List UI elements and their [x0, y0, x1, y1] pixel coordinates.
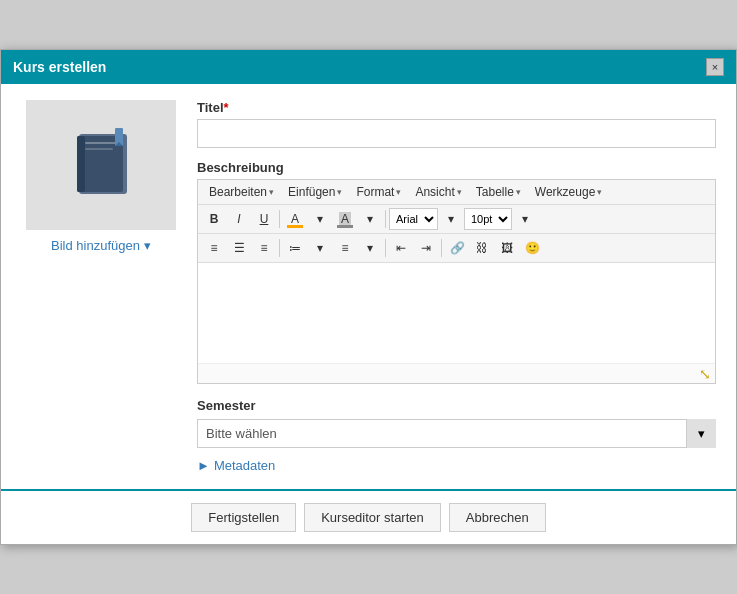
resize-icon: ⤡: [699, 366, 711, 382]
indent-left-button[interactable]: ⇤: [389, 237, 413, 259]
underline-button[interactable]: U: [252, 208, 276, 230]
ordered-list-button[interactable]: ≡: [333, 237, 357, 259]
editor-menubar: Bearbeiten▾ Einfügen▾ Format▾ Ansicht▾ T…: [198, 180, 715, 205]
menu-bearbeiten[interactable]: Bearbeiten▾: [202, 182, 281, 202]
semester-select[interactable]: Bitte wählen: [197, 419, 716, 448]
semester-label: Semester: [197, 398, 716, 413]
font-family-select[interactable]: Arial: [389, 208, 438, 230]
align-center-button[interactable]: ☰: [227, 237, 251, 259]
menu-werkzeuge[interactable]: Werkzeuge▾: [528, 182, 609, 202]
dialog-title: Kurs erstellen: [13, 59, 106, 75]
required-marker: *: [224, 100, 229, 115]
dialog: Kurs erstellen ×: [0, 49, 737, 545]
align-right-button[interactable]: ≡: [252, 237, 276, 259]
editor-resize-handle[interactable]: ⤡: [198, 363, 715, 383]
image-placeholder: [26, 100, 176, 230]
left-panel: Bild hinzufügen ▾: [21, 100, 181, 473]
menu-ansicht[interactable]: Ansicht▾: [408, 182, 468, 202]
font-color-dropdown[interactable]: ▾: [308, 208, 332, 230]
metadata-link[interactable]: ► Metadaten: [197, 458, 716, 473]
indent-right-button[interactable]: ⇥: [414, 237, 438, 259]
editor-toolbar-2: ≡ ☰ ≡ ≔ ▾ ≡ ▾ ⇤ ⇥ 🔗 ⛓ 🖼 🙂: [198, 234, 715, 263]
ordered-list-arrow[interactable]: ▾: [358, 237, 382, 259]
unordered-list-arrow[interactable]: ▾: [308, 237, 332, 259]
align-left-button[interactable]: ≡: [202, 237, 226, 259]
svg-rect-3: [85, 142, 117, 144]
add-image-button[interactable]: Bild hinzufügen ▾: [51, 238, 151, 253]
highlight-color-dropdown[interactable]: ▾: [358, 208, 382, 230]
metadata-label: Metadaten: [214, 458, 275, 473]
editor-start-button[interactable]: Kurseditor starten: [304, 503, 441, 532]
separator-2: [385, 210, 386, 228]
semester-select-wrapper: Bitte wählen ▾: [197, 419, 716, 448]
font-size-arrow[interactable]: ▾: [513, 208, 537, 230]
add-image-arrow: ▾: [144, 238, 151, 253]
unordered-list-button[interactable]: ≔: [283, 237, 307, 259]
separator-1: [279, 210, 280, 228]
editor-wrapper: Bearbeiten▾ Einfügen▾ Format▾ Ansicht▾ T…: [197, 179, 716, 384]
bold-button[interactable]: B: [202, 208, 226, 230]
metadata-arrow: ►: [197, 458, 210, 473]
font-color-button[interactable]: A: [283, 208, 307, 230]
emoji-button[interactable]: 🙂: [520, 237, 544, 259]
semester-section: Semester Bitte wählen ▾: [197, 398, 716, 448]
book-icon: [69, 128, 134, 203]
separator-4: [385, 239, 386, 257]
add-image-label: Bild hinzufügen: [51, 238, 140, 253]
svg-rect-4: [85, 148, 113, 150]
menu-tabelle[interactable]: Tabelle▾: [469, 182, 528, 202]
separator-3: [279, 239, 280, 257]
unlink-button[interactable]: ⛓: [470, 237, 494, 259]
dialog-body: Bild hinzufügen ▾ Titel* Beschreibung Be…: [1, 84, 736, 489]
insert-image-button[interactable]: 🖼: [495, 237, 519, 259]
editor-content[interactable]: [198, 263, 715, 363]
cancel-button[interactable]: Abbrechen: [449, 503, 546, 532]
svg-rect-2: [77, 136, 85, 192]
beschreibung-label: Beschreibung: [197, 160, 716, 175]
highlight-color-button[interactable]: A: [333, 208, 357, 230]
right-panel: Titel* Beschreibung Bearbeiten▾ Einfügen…: [197, 100, 716, 473]
dialog-header: Kurs erstellen ×: [1, 50, 736, 84]
editor-toolbar-1: B I U A ▾ A ▾ Arial: [198, 205, 715, 234]
font-family-arrow[interactable]: ▾: [439, 208, 463, 230]
font-size-select[interactable]: 10pt: [464, 208, 512, 230]
dialog-footer: Fertigstellen Kurseditor starten Abbrech…: [1, 489, 736, 544]
titel-label: Titel*: [197, 100, 716, 115]
link-button[interactable]: 🔗: [445, 237, 469, 259]
separator-5: [441, 239, 442, 257]
finish-button[interactable]: Fertigstellen: [191, 503, 296, 532]
menu-format[interactable]: Format▾: [349, 182, 408, 202]
titel-input[interactable]: [197, 119, 716, 148]
italic-button[interactable]: I: [227, 208, 251, 230]
close-button[interactable]: ×: [706, 58, 724, 76]
menu-einfuegen[interactable]: Einfügen▾: [281, 182, 349, 202]
